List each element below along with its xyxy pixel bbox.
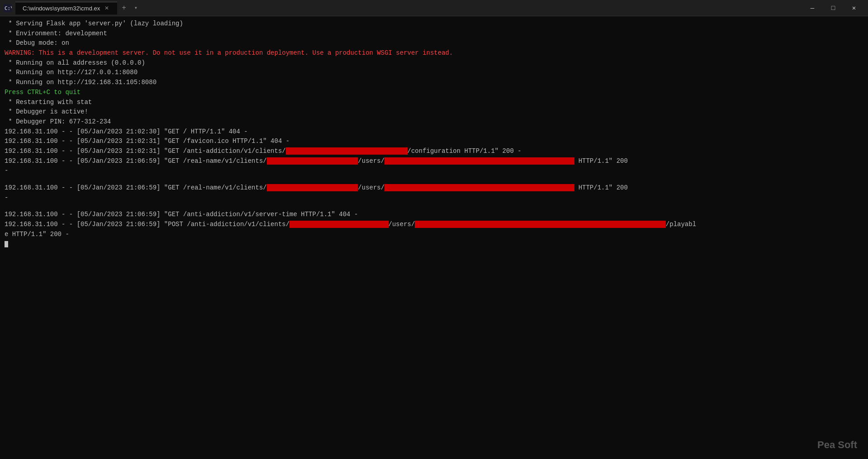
log-line-7b: e HTTP/1.1" 200 -	[5, 230, 863, 240]
log-line-7: 192.168.31.100 - - [05/Jan/2023 21:06:59…	[5, 220, 863, 230]
line-debugger-active: * Debugger is active!	[5, 107, 863, 117]
watermark: Pea Soft	[817, 439, 857, 451]
redact-3: XXXXXXXXXXXXXXXXXXXXXXXXXXXXXXXXXXXXXXXX…	[384, 157, 574, 165]
line-env: * Environment: development	[5, 29, 863, 39]
log-line-2: 192.168.31.100 - - [05/Jan/2023 21:02:31…	[5, 137, 863, 147]
redact-7: XXXXXXXXXXXXXXXXXXXXXXXXXXXXXXXXXXXXXXXX…	[415, 221, 666, 228]
new-tab-button[interactable]: +	[117, 1, 131, 15]
redact-5: XXXXXXXXXXXXXXXXXXXXXXXXXXXXXXXXXXXXXXXX…	[384, 184, 574, 191]
redact-1: XXXXXXXXXXXXXXXXXXXXXXXXXXXXXXXX	[286, 147, 408, 155]
line-serving: * Serving Flask app 'server.py' (lazy lo…	[5, 19, 863, 29]
line-debugger-pin: * Debugger PIN: 677-312-234	[5, 117, 863, 127]
minimize-button[interactable]: —	[802, 0, 823, 16]
active-tab[interactable]: C:\windows\system32\cmd.ex ✕	[15, 2, 117, 14]
svg-text:C:\: C:\	[5, 5, 12, 11]
redact-2: XXXXXXXXXXXXXXXXXXXXXXXX	[267, 157, 358, 165]
window: C:\ C:\windows\system32\cmd.ex ✕ + ▾ — □…	[0, 0, 868, 459]
close-button[interactable]: ✕	[844, 0, 864, 16]
redact-6: XXXXXXXXXXXXXXXXXXXXXXXXXX	[289, 221, 388, 228]
log-line-1: 192.168.31.100 - - [05/Jan/2023 21:02:30…	[5, 127, 863, 137]
line-debug: * Debug mode: on	[5, 38, 863, 48]
log-line-5: 192.168.31.100 - - [05/Jan/2023 21:06:59…	[5, 183, 863, 193]
log-line-4: 192.168.31.100 - - [05/Jan/2023 21:06:59…	[5, 156, 863, 166]
tab-dropdown-button[interactable]: ▾	[131, 2, 141, 14]
tab-close-button[interactable]: ✕	[104, 5, 110, 11]
log-line-3: 192.168.31.100 - - [05/Jan/2023 21:02:31…	[5, 147, 863, 156]
redact-4: XXXXXXXXXXXXXXXXXXXXXXXX	[267, 184, 358, 191]
log-line-5b: -	[5, 193, 863, 203]
log-line-4b: -	[5, 166, 863, 176]
cursor-line	[5, 239, 863, 249]
title-bar: C:\ C:\windows\system32\cmd.ex ✕ + ▾ — □…	[0, 0, 868, 16]
maximize-button[interactable]: □	[823, 0, 844, 16]
line-running-local: * Running on http://127.0.0.1:8080	[5, 68, 863, 78]
line-restart: * Restarting with stat	[5, 98, 863, 108]
tab-label: C:\windows\system32\cmd.ex	[23, 5, 100, 12]
app-icon: C:\	[4, 4, 12, 12]
terminal-cursor	[5, 241, 8, 247]
terminal-body: * Serving Flask app 'server.py' (lazy lo…	[0, 16, 868, 459]
line-warning: WARNING: This is a development server. D…	[5, 48, 863, 58]
line-running-network: * Running on http://192.168.31.105:8080	[5, 78, 863, 88]
line-running-all: * Running on all addresses (0.0.0.0)	[5, 58, 863, 68]
log-line-6: 192.168.31.100 - - [05/Jan/2023 21:06:59…	[5, 210, 863, 220]
window-controls: — □ ✕	[802, 0, 864, 16]
line-ctrlc: Press CTRL+C to quit	[5, 88, 863, 98]
